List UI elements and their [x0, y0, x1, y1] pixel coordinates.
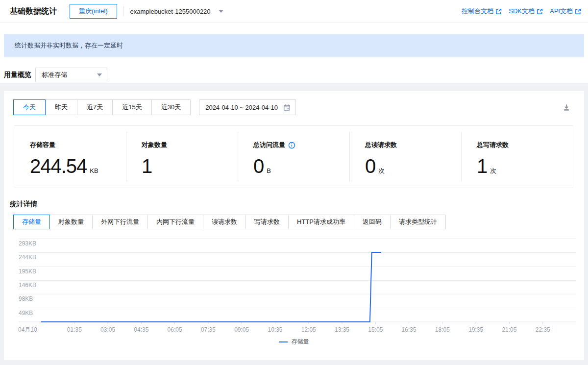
range-tab-0[interactable]: 今天	[13, 99, 46, 115]
range-tab-1[interactable]: 昨天	[45, 99, 77, 115]
svg-text:09:05: 09:05	[234, 326, 249, 333]
summary-card-0: 存储容量244.54KB	[14, 126, 126, 188]
external-link-icon	[537, 8, 543, 15]
legend-line-swatch	[279, 341, 288, 342]
detail-tab-8[interactable]: 请求类型统计	[390, 215, 446, 229]
svg-text:19:35: 19:35	[468, 326, 483, 333]
detail-tab-7[interactable]: 返回码	[354, 215, 391, 229]
summary-card-1: 对象数量1	[126, 126, 238, 188]
summary-card-label: 总访问流量	[253, 141, 349, 149]
summary-card-2: 总访问流量0B	[238, 126, 349, 188]
summary-card-label: 存储容量	[30, 141, 126, 149]
date-range-value: 2024-04-10 ~ 2024-04-10	[205, 104, 278, 111]
summary-card-value: 1次	[477, 155, 573, 177]
svg-text:04:35: 04:35	[134, 326, 148, 333]
svg-text:293KB: 293KB	[19, 240, 36, 247]
detail-tab-5[interactable]: 写请求数	[245, 215, 289, 229]
toolbar: 今天昨天近7天近15天近30天 2024-04-10 ~ 2024-04-10	[13, 99, 574, 115]
svg-text:10:35: 10:35	[268, 326, 282, 333]
storage-class-value: 标准存储	[42, 71, 89, 79]
detail-tab-4[interactable]: 读请求数	[203, 215, 246, 229]
svg-text:22:35: 22:35	[536, 326, 550, 333]
range-tab-4[interactable]: 近30天	[151, 99, 191, 115]
detail-section-title: 统计详情	[10, 200, 37, 209]
date-range-picker[interactable]: 2024-04-10 ~ 2024-04-10	[199, 99, 296, 115]
storage-class-select[interactable]: 标准存储	[35, 68, 107, 82]
range-tab-2[interactable]: 近7天	[77, 99, 113, 115]
summary-card-value: 1	[142, 155, 238, 177]
notice-banner: 统计数据并非实时数据，存在一定延时	[4, 34, 584, 57]
svg-text:16:35: 16:35	[402, 326, 416, 333]
chevron-down-icon	[219, 10, 223, 13]
detail-tabs: 存储量对象数量外网下行流量内网下行流量读请求数写请求数HTTP请求成功率返回码请…	[13, 215, 446, 229]
range-tabs: 今天昨天近7天近15天近30天	[13, 99, 191, 115]
summary-card-value: 0B	[253, 155, 349, 177]
api-doc-link[interactable]: API文档	[550, 7, 581, 16]
api-doc-link-label: API文档	[550, 7, 573, 16]
series-line-存储量	[41, 252, 381, 322]
svg-text:01:35: 01:35	[67, 326, 82, 333]
usage-overview-label: 用量概览	[4, 71, 31, 79]
upper-section: 统计数据并非实时数据，存在一定延时 用量概览 标准存储	[0, 23, 588, 83]
topbar-divider	[123, 6, 123, 16]
chevron-down-icon	[97, 73, 102, 76]
chart-canvas: 293KB244KB195KB146KB98KB49KB04月1001:3503…	[10, 236, 578, 337]
summary-card-value: 244.54KB	[30, 155, 126, 177]
download-button[interactable]	[559, 99, 574, 115]
usage-overview-row: 用量概览 标准存储	[4, 68, 107, 82]
stats-card: 今天昨天近7天近15天近30天 2024-04-10 ~ 2024-04-10 …	[4, 91, 584, 360]
svg-text:07:35: 07:35	[201, 326, 216, 333]
chart-legend: 存储量	[4, 338, 584, 346]
summary-card-label: 对象数量	[142, 141, 238, 149]
calendar-icon	[283, 104, 291, 111]
topbar: 基础数据统计 重庆(intel) examplebucket-125500022…	[0, 0, 588, 23]
detail-tab-1[interactable]: 对象数量	[49, 215, 93, 229]
storage-chart: 293KB244KB195KB146KB98KB49KB04月1001:3503…	[10, 236, 578, 337]
detail-tab-0[interactable]: 存储量	[13, 215, 50, 229]
detail-tab-2[interactable]: 外网下行流量	[92, 215, 148, 229]
svg-text:04月10: 04月10	[18, 326, 37, 333]
svg-text:244KB: 244KB	[19, 254, 36, 261]
bucket-name: examplebucket-1255000220	[130, 8, 211, 15]
svg-text:98KB: 98KB	[19, 295, 33, 302]
svg-text:18:05: 18:05	[435, 326, 450, 333]
notice-banner-text: 统计数据并非实时数据，存在一定延时	[15, 41, 123, 50]
summary-card-label: 总写请求数	[477, 141, 573, 149]
svg-text:49KB: 49KB	[19, 310, 33, 316]
page-title: 基础数据统计	[10, 6, 57, 17]
external-link-icon	[495, 8, 502, 15]
page-root: { "colors": { "accent": "#006eff", "char…	[0, 0, 588, 365]
svg-text:195KB: 195KB	[19, 268, 36, 275]
svg-text:146KB: 146KB	[19, 282, 36, 289]
range-tab-3[interactable]: 近15天	[112, 99, 151, 115]
bucket-selector[interactable]: examplebucket-1255000220	[130, 8, 223, 15]
sdk-doc-link[interactable]: SDK文档	[509, 7, 543, 16]
doc-links: 控制台文档 SDK文档 API文档	[462, 7, 581, 16]
sdk-doc-link-label: SDK文档	[509, 7, 535, 16]
svg-text:03:05: 03:05	[100, 326, 115, 333]
detail-tab-6[interactable]: HTTP请求成功率	[288, 215, 354, 229]
svg-text:12:05: 12:05	[301, 326, 316, 333]
summary-card-label: 总读请求数	[365, 141, 461, 149]
download-icon	[563, 103, 570, 111]
console-doc-link[interactable]: 控制台文档	[462, 7, 502, 16]
summary-card-value: 0次	[365, 155, 461, 177]
summary-stats: 存储容量244.54KB对象数量1总访问流量0B总读请求数0次总写请求数1次	[14, 125, 573, 188]
region-button[interactable]: 重庆(intel)	[70, 4, 117, 19]
console-doc-link-label: 控制台文档	[462, 7, 493, 16]
external-link-icon	[575, 8, 581, 15]
svg-text:21:05: 21:05	[502, 326, 516, 333]
svg-text:13:35: 13:35	[335, 326, 349, 333]
summary-card-3: 总读请求数0次	[349, 126, 461, 188]
summary-card-4: 总写请求数1次	[461, 126, 573, 188]
svg-text:06:05: 06:05	[168, 326, 182, 333]
legend-label: 存储量	[292, 338, 309, 346]
info-icon[interactable]	[288, 142, 295, 149]
legend-item-storage[interactable]: 存储量	[279, 338, 309, 346]
svg-text:15:05: 15:05	[368, 326, 383, 333]
detail-tab-3[interactable]: 内网下行流量	[147, 215, 203, 229]
